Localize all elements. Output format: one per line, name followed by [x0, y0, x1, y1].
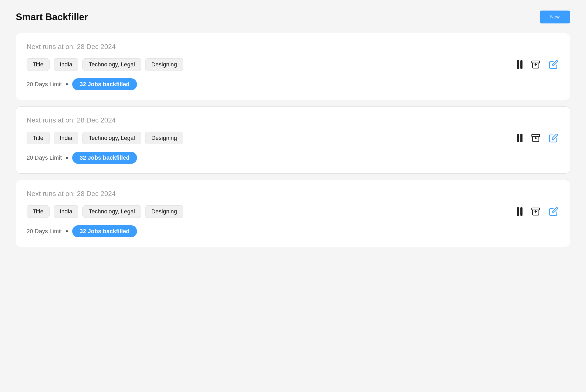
separator-dot	[66, 83, 68, 85]
card-body-row: TitleIndiaTechnology, LegalDesigning	[27, 58, 559, 71]
svg-rect-2	[532, 135, 540, 137]
tag-item: Title	[27, 205, 50, 218]
card-footer-row: 20 Days Limit32 Jobs backfilled	[27, 225, 559, 237]
card-body-row: TitleIndiaTechnology, LegalDesigning	[27, 205, 559, 218]
tag-item: Designing	[145, 132, 183, 144]
tags-row: TitleIndiaTechnology, LegalDesigning	[27, 58, 183, 71]
tag-item: Title	[27, 58, 50, 71]
card-footer-row: 20 Days Limit32 Jobs backfilled	[27, 152, 559, 164]
card-footer-row: 20 Days Limit32 Jobs backfilled	[27, 78, 559, 90]
card-date-label: Next runs at on: 28 Dec 2024	[27, 190, 559, 198]
pause-button[interactable]	[516, 133, 524, 143]
edit-button[interactable]	[548, 132, 559, 144]
archive-button[interactable]	[530, 132, 541, 144]
svg-rect-0	[532, 61, 540, 63]
jobs-backfilled-badge: 32 Jobs backfilled	[72, 78, 137, 90]
pause-button[interactable]	[516, 59, 524, 70]
archive-button[interactable]	[530, 59, 541, 70]
page-header: Smart Backfiller New	[16, 11, 570, 23]
tag-item: India	[54, 58, 79, 71]
tag-item: India	[54, 205, 79, 218]
card-date-label: Next runs at on: 28 Dec 2024	[27, 116, 559, 124]
edit-icon	[549, 60, 558, 69]
jobs-backfilled-badge: 32 Jobs backfilled	[72, 152, 137, 164]
pause-button[interactable]	[516, 206, 524, 217]
days-limit-label: 20 Days Limit	[27, 154, 62, 161]
tag-item: Designing	[145, 58, 183, 71]
pause-icon	[517, 207, 522, 216]
tags-row: TitleIndiaTechnology, LegalDesigning	[27, 205, 183, 218]
app-title: Smart Backfiller	[16, 12, 88, 23]
tag-item: Designing	[145, 205, 183, 218]
jobs-backfilled-badge: 32 Jobs backfilled	[72, 225, 137, 237]
card-date-label: Next runs at on: 28 Dec 2024	[27, 43, 559, 51]
separator-dot	[66, 230, 68, 232]
card-body-row: TitleIndiaTechnology, LegalDesigning	[27, 132, 559, 144]
edit-icon	[549, 133, 558, 143]
archive-icon	[531, 60, 540, 69]
backfiller-card-1: Next runs at on: 28 Dec 2024TitleIndiaTe…	[16, 33, 570, 100]
tag-item: Technology, Legal	[82, 205, 141, 218]
edit-icon	[549, 207, 558, 216]
tag-item: Title	[27, 132, 50, 144]
backfiller-card-2: Next runs at on: 28 Dec 2024TitleIndiaTe…	[16, 106, 570, 174]
card-actions	[516, 206, 559, 217]
tag-item: India	[54, 132, 79, 144]
pause-icon	[517, 134, 522, 142]
archive-icon	[531, 133, 540, 143]
archive-button[interactable]	[530, 206, 541, 217]
card-actions	[516, 59, 559, 70]
pause-icon	[517, 60, 522, 69]
tag-item: Technology, Legal	[82, 58, 141, 71]
backfiller-card-3: Next runs at on: 28 Dec 2024TitleIndiaTe…	[16, 180, 570, 247]
new-button[interactable]: New	[540, 11, 570, 23]
card-actions	[516, 132, 559, 144]
archive-icon	[531, 207, 540, 216]
cards-list: Next runs at on: 28 Dec 2024TitleIndiaTe…	[16, 33, 570, 247]
tags-row: TitleIndiaTechnology, LegalDesigning	[27, 132, 183, 144]
svg-rect-4	[532, 208, 540, 210]
days-limit-label: 20 Days Limit	[27, 228, 62, 235]
days-limit-label: 20 Days Limit	[27, 81, 62, 88]
edit-button[interactable]	[548, 59, 559, 70]
edit-button[interactable]	[548, 206, 559, 217]
tag-item: Technology, Legal	[82, 132, 141, 144]
separator-dot	[66, 157, 68, 159]
